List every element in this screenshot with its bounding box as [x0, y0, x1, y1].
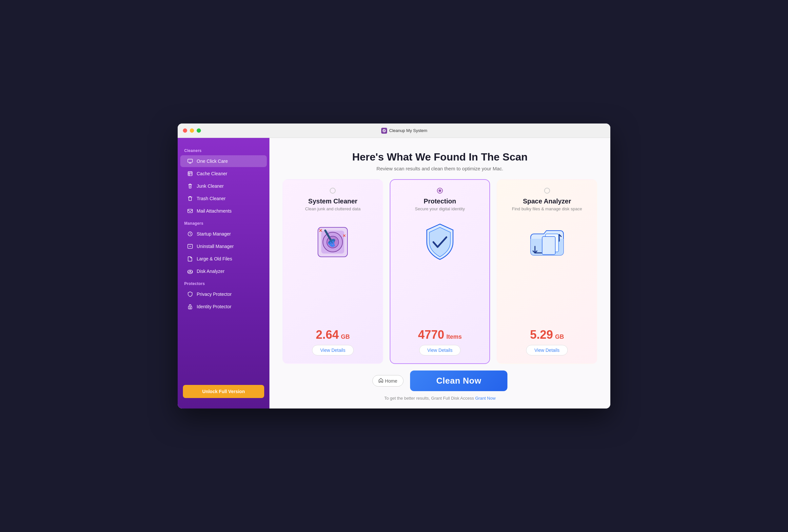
home-icon — [379, 378, 383, 384]
svg-text:✕: ✕ — [319, 228, 322, 233]
main-footer: Home Clean Now To get the better results… — [270, 364, 610, 409]
svg-rect-1 — [188, 159, 192, 163]
space-analyzer-view-details-button[interactable]: View Details — [526, 345, 568, 355]
protection-unit: Items — [447, 333, 462, 340]
home-label: Home — [385, 378, 397, 384]
sidebar-item-uninstall-manager[interactable]: Uninstall Manager — [180, 241, 267, 252]
disk-analyzer-label: Disk Analyzer — [197, 269, 224, 274]
home-button[interactable]: Home — [372, 375, 403, 387]
large-old-files-label: Large & Old Files — [197, 256, 232, 261]
space-analyzer-subtitle: Find bulky files & manage disk space — [512, 206, 582, 211]
files-icon — [187, 255, 193, 262]
one-click-care-label: One Click Care — [197, 159, 228, 164]
clean-now-button[interactable]: Clean Now — [410, 370, 507, 391]
cache-icon — [187, 170, 193, 177]
sidebar-item-trash-cleaner[interactable]: Trash Cleaner — [180, 192, 267, 204]
protection-illustration — [417, 219, 463, 265]
app-window: Cleanup My System Cleaners One Click Car… — [178, 123, 610, 409]
uninstall-icon — [187, 243, 193, 250]
cleaners-section-label: Cleaners — [178, 144, 270, 155]
mail-icon — [187, 208, 193, 214]
sidebar-item-disk-analyzer[interactable]: Disk Analyzer — [180, 265, 267, 277]
sidebar: Cleaners One Click Care — [178, 138, 270, 409]
protection-title: Protection — [424, 198, 456, 205]
monitor-icon — [187, 158, 193, 164]
grant-now-link[interactable]: Grant Now — [475, 396, 496, 401]
space-analyzer-illustration — [524, 219, 570, 265]
space-analyzer-number: 5.29 — [530, 328, 553, 341]
svg-point-14 — [190, 307, 191, 308]
space-analyzer-radio[interactable] — [544, 188, 550, 193]
svg-rect-13 — [189, 306, 192, 309]
junk-icon — [187, 183, 193, 189]
protection-number: 4770 — [418, 328, 444, 341]
sidebar-item-large-old-files[interactable]: Large & Old Files — [180, 253, 267, 265]
protection-radio[interactable] — [437, 188, 443, 193]
svg-text:✕: ✕ — [342, 233, 346, 238]
scan-results-subtitle: Review scan results and clean them to op… — [282, 166, 597, 171]
sidebar-item-junk-cleaner[interactable]: Junk Cleaner — [180, 180, 267, 192]
protection-view-details-button[interactable]: View Details — [419, 345, 461, 355]
sidebar-item-mail-attachments[interactable]: Mail Attachments — [180, 205, 267, 217]
identity-protector-label: Identity Protector — [197, 304, 232, 309]
main-content: Here's What We Found In The Scan Review … — [270, 138, 610, 409]
protection-subtitle: Secure your digital identity — [415, 206, 465, 211]
window-title: Cleanup My System — [389, 128, 427, 133]
junk-cleaner-label: Junk Cleaner — [197, 183, 224, 189]
sidebar-item-cache-cleaner[interactable]: Cache Cleaner — [180, 168, 267, 180]
uninstall-manager-label: Uninstall Manager — [197, 244, 234, 249]
results-cards: System Cleaner Clean junk and cluttered … — [270, 179, 610, 364]
footer-note-text: To get the better results, Grant Full Di… — [384, 396, 474, 401]
system-cleaner-subtitle: Clean junk and cluttered data — [305, 206, 360, 211]
sidebar-item-startup-manager[interactable]: Startup Manager — [180, 228, 267, 240]
system-cleaner-unit: GB — [341, 333, 350, 340]
startup-manager-label: Startup Manager — [197, 231, 231, 237]
mail-attachments-label: Mail Attachments — [197, 208, 232, 213]
app-icon — [381, 128, 387, 134]
titlebar: Cleanup My System — [178, 123, 610, 138]
svg-rect-28 — [542, 237, 555, 254]
disk-icon — [187, 268, 193, 274]
close-button[interactable] — [183, 128, 187, 133]
content-area: Cleaners One Click Care — [178, 138, 610, 409]
unlock-full-version-button[interactable]: Unlock Full Version — [183, 385, 264, 398]
system-cleaner-card: System Cleaner Clean junk and cluttered … — [282, 179, 383, 364]
scan-results-title: Here's What We Found In The Scan — [282, 151, 597, 163]
startup-icon — [187, 231, 193, 237]
titlebar-center: Cleanup My System — [203, 128, 605, 134]
system-cleaner-illustration: ✕ ✕ — [310, 219, 356, 265]
space-analyzer-card: Space Analyzer Find bulky files & manage… — [497, 179, 597, 364]
space-analyzer-title: Space Analyzer — [523, 198, 571, 205]
minimize-button[interactable] — [190, 128, 194, 133]
trash-cleaner-label: Trash Cleaner — [197, 196, 225, 201]
svg-rect-2 — [188, 172, 192, 176]
managers-section-label: Managers — [178, 217, 270, 228]
cache-cleaner-label: Cache Cleaner — [197, 171, 227, 176]
footer-note: To get the better results, Grant Full Di… — [384, 396, 496, 401]
svg-point-12 — [190, 271, 191, 272]
sidebar-item-one-click-care[interactable]: One Click Care — [180, 155, 267, 167]
shield-icon — [187, 291, 193, 298]
system-cleaner-view-details-button[interactable]: View Details — [312, 345, 354, 355]
system-cleaner-number: 2.64 — [316, 328, 339, 341]
trash-icon — [187, 195, 193, 202]
system-cleaner-radio[interactable] — [330, 188, 336, 193]
privacy-protector-label: Privacy Protector — [197, 291, 232, 297]
system-cleaner-title: System Cleaner — [308, 198, 357, 205]
protection-card: Protection Secure your digital identity — [390, 179, 490, 364]
protection-stat: 4770 Items — [418, 323, 462, 342]
svg-rect-7 — [188, 209, 192, 213]
scan-results-header: Here's What We Found In The Scan Review … — [270, 138, 610, 179]
sidebar-item-privacy-protector[interactable]: Privacy Protector — [180, 288, 267, 300]
sidebar-item-identity-protector[interactable]: Identity Protector — [180, 301, 267, 312]
space-analyzer-stat: 5.29 GB — [530, 323, 564, 342]
maximize-button[interactable] — [197, 128, 201, 133]
lock-icon — [187, 303, 193, 310]
footer-actions: Home Clean Now — [282, 370, 597, 391]
system-cleaner-stat: 2.64 GB — [316, 323, 350, 342]
protectors-section-label: Protectors — [178, 278, 270, 288]
space-analyzer-unit: GB — [555, 333, 564, 340]
